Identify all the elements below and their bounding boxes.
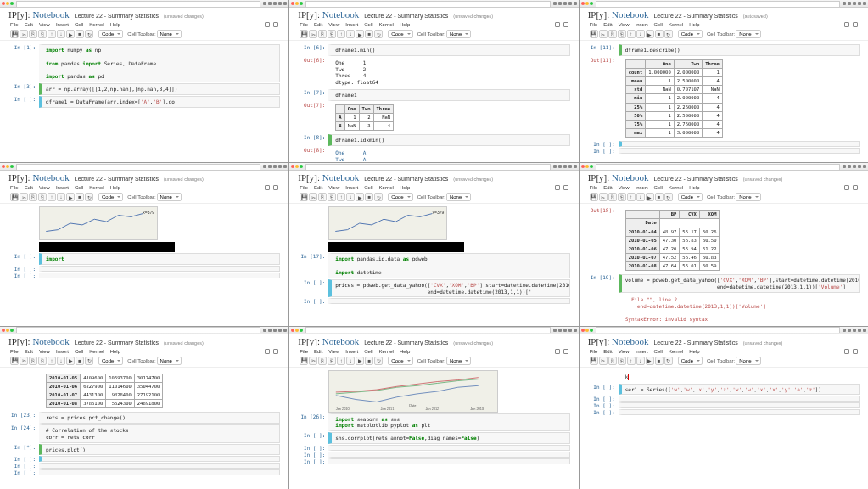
cell-body[interactable]: import [39, 253, 280, 265]
toolbar-btn-1[interactable]: ✂ [20, 357, 28, 365]
window-close-icon[interactable] [291, 2, 294, 5]
cell-body[interactable]: dframe1.min() [328, 44, 569, 56]
notebook-cell[interactable]: In [6]: dframe1.min() [298, 44, 569, 56]
menu-edit[interactable]: Edit [314, 349, 322, 354]
menu-edit[interactable]: Edit [25, 185, 33, 190]
toolbar-btn-6[interactable]: ▶ [646, 193, 654, 201]
menu-file[interactable]: File [300, 185, 308, 190]
toolbar-btn-1[interactable]: ✂ [309, 357, 317, 365]
menu-file[interactable]: File [10, 185, 19, 190]
notebook-cell[interactable]: In [ ]: [8, 469, 280, 475]
toolbar-btn-6[interactable]: ▶ [356, 193, 364, 201]
cell-body[interactable]: dframe1.describe() [619, 44, 860, 56]
menu-view[interactable]: View [39, 185, 50, 190]
celltype-select[interactable]: Code [678, 193, 703, 201]
notebook-cell[interactable]: In [ ]: prices = pdweb.get_data_yahoo(['… [298, 279, 569, 298]
menu-edit[interactable]: Edit [603, 185, 612, 190]
celltoolbar-select[interactable]: None [736, 357, 760, 365]
menu-help[interactable]: Help [110, 22, 120, 27]
toolbar-btn-5[interactable]: ↓ [636, 30, 645, 38]
browser-tab[interactable] [596, 327, 840, 333]
celltoolbar-select[interactable]: None [736, 193, 760, 201]
menu-edit[interactable]: Edit [25, 349, 33, 354]
notebook-title[interactable]: Lecture 22 - Summary Statistics [653, 176, 737, 182]
toolbar-btn-8[interactable]: ↻ [85, 193, 93, 201]
cell-body[interactable]: arr = np.array([[1,2,np.nan],[np.nan,3,4… [39, 83, 280, 95]
toolbar-btn-5[interactable]: ↓ [636, 193, 645, 201]
menu-help[interactable]: Help [400, 185, 410, 190]
menu-kernel[interactable]: Kernel [89, 22, 104, 27]
menu-edit[interactable]: Edit [314, 22, 322, 27]
menu-cell[interactable]: Cell [654, 185, 663, 190]
toolbar-btn-6[interactable]: ▶ [356, 357, 364, 365]
toolbar-btn-6[interactable]: ▶ [646, 357, 654, 365]
menu-view[interactable]: View [328, 349, 339, 354]
toolbar-btn-7[interactable]: ■ [365, 193, 373, 201]
menu-help[interactable]: Help [689, 349, 699, 354]
menu-view[interactable]: View [619, 185, 630, 190]
menu-edit[interactable]: Edit [603, 22, 612, 27]
toolbar-btn-3[interactable]: ⎗ [618, 193, 626, 201]
toolbar-btn-1[interactable]: ✂ [309, 30, 317, 38]
notebook-title[interactable]: Lecture 22 - Summary Statistics [364, 13, 448, 19]
toolbar-btn-7[interactable]: ■ [365, 30, 373, 38]
toolbar-btn-0[interactable]: 💾 [300, 30, 308, 38]
celltype-select[interactable]: Code [98, 357, 123, 365]
toolbar-btn-3[interactable]: ⎗ [328, 30, 336, 38]
toolbar-btn-8[interactable]: ↻ [664, 357, 673, 365]
window-min-icon[interactable] [295, 165, 299, 168]
toolbar-btn-1[interactable]: ✂ [599, 193, 608, 201]
menu-kernel[interactable]: Kernel [89, 349, 104, 354]
notebook-title[interactable]: Lecture 22 - Summary Statistics [75, 340, 159, 346]
toolbar-btn-1[interactable]: ✂ [309, 193, 317, 201]
cell-body[interactable]: prices.plot() [39, 444, 280, 456]
cell-body[interactable] [619, 141, 860, 147]
menu-view[interactable]: View [328, 22, 339, 27]
toolbar-btn-8[interactable]: ↻ [374, 193, 383, 201]
notebook-cell[interactable]: In [23]: rets = prices.pct_change() [8, 412, 280, 424]
edit-icon[interactable] [265, 22, 270, 27]
edit-icon[interactable] [555, 22, 560, 27]
celltoolbar-select[interactable]: None [446, 357, 471, 365]
toolbar-btn-3[interactable]: ⎗ [38, 357, 47, 365]
notebook-cell[interactable]: In [ ]: sns.corrplot(rets,annot=False,di… [298, 432, 569, 444]
menu-file[interactable]: File [300, 349, 308, 354]
menu-view[interactable]: View [328, 185, 339, 190]
browser-tab[interactable] [305, 1, 550, 7]
window-max-icon[interactable] [590, 329, 593, 332]
menu-file[interactable]: File [10, 349, 19, 354]
window-max-icon[interactable] [10, 329, 14, 332]
toolbar-btn-7[interactable]: ■ [76, 193, 84, 201]
notebook-cell[interactable]: In [11]: dframe1.describe() [588, 44, 860, 56]
window-min-icon[interactable] [585, 329, 589, 332]
menu-insert[interactable]: Insert [56, 22, 69, 27]
toolbar-btn-6[interactable]: ▶ [356, 30, 364, 38]
celltype-select[interactable]: Code [388, 357, 412, 365]
menu-insert[interactable]: Insert [636, 349, 648, 354]
notebook-cell[interactable]: In [1]: import numpy as np from pandas i… [8, 44, 280, 82]
window-min-icon[interactable] [6, 329, 9, 332]
celltype-select[interactable]: Code [98, 193, 123, 201]
menu-kernel[interactable]: Kernel [379, 22, 394, 27]
notebook-cell[interactable]: In [ ]: [298, 298, 569, 304]
toolbar-btn-5[interactable]: ↓ [57, 193, 65, 201]
menu-edit[interactable]: Edit [25, 22, 33, 27]
menu-file[interactable]: File [300, 22, 308, 27]
menu-view[interactable]: View [619, 22, 630, 27]
window-close-icon[interactable] [2, 165, 5, 168]
cell-body[interactable]: import seaborn as sns import matplotlib.… [328, 413, 569, 432]
toolbar-btn-4[interactable]: ↑ [48, 357, 56, 365]
toolbar-btn-3[interactable]: ⎗ [618, 30, 626, 38]
toolbar-btn-0[interactable]: 💾 [300, 193, 308, 201]
notebook-cell[interactable]: Out[18]: BPCVXXOMDate2010-01-0448.9756.1… [588, 207, 860, 273]
cell-body[interactable]: sns.corrplot(rets,annot=False,diag_names… [328, 432, 569, 444]
toolbar-btn-4[interactable]: ↑ [48, 193, 56, 201]
toolbar-btn-4[interactable]: ↑ [627, 357, 636, 365]
toolbar-btn-0[interactable]: 💾 [10, 193, 19, 201]
window-min-icon[interactable] [585, 165, 589, 168]
menu-file[interactable]: File [590, 349, 598, 354]
notebook-cell[interactable]: 2010-01-05410960010593700301747002010-01… [8, 371, 280, 412]
edit-icon[interactable] [844, 349, 849, 354]
edit-icon[interactable] [844, 185, 849, 190]
notebook-cell[interactable]: File "", line 2 end=datetime.datetime(20… [588, 294, 860, 325]
